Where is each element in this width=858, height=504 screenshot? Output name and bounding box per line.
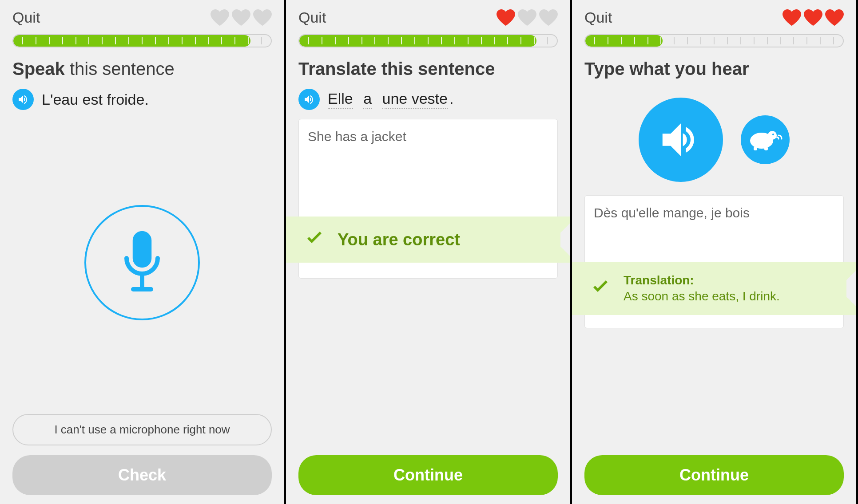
prompt-bold: Speak: [12, 59, 65, 79]
exercise-prompt: Speak this sentence: [12, 59, 272, 79]
hearts-container: [497, 9, 558, 26]
feedback-body: As soon as she eats, I drink.: [624, 289, 780, 303]
lesson-screen-translate: Quit Translate this sentence Elle a une …: [286, 0, 572, 504]
progress-ticks: [585, 35, 843, 47]
exercise-prompt: Type what you hear: [584, 59, 844, 79]
svg-point-5: [772, 134, 774, 135]
play-audio-button[interactable]: [12, 89, 34, 110]
hearts-container: [211, 9, 272, 26]
top-bar: Quit: [12, 9, 272, 26]
check-icon: [304, 228, 325, 251]
sentence-text: L'eau est froide.: [42, 91, 149, 108]
speaker-icon: [303, 94, 315, 105]
check-icon: [590, 277, 611, 300]
feedback-banner: Translation: As soon as she eats, I drin…: [572, 262, 856, 315]
heart-icon: [783, 9, 801, 26]
speaker-icon: [656, 115, 705, 164]
progress-bar: [12, 34, 272, 47]
play-audio-button[interactable]: [639, 98, 723, 182]
top-bar: Quit: [584, 9, 844, 26]
svg-rect-7: [764, 147, 768, 150]
progress-ticks: [13, 35, 271, 47]
quit-button[interactable]: Quit: [12, 9, 40, 26]
microphone-icon: [118, 229, 167, 296]
feedback-title: Translation:: [624, 273, 780, 287]
prompt-bold: Translate this sentence: [298, 59, 495, 79]
play-audio-button[interactable]: [298, 89, 320, 110]
exercise-prompt: Translate this sentence: [298, 59, 558, 79]
mic-area: [12, 119, 272, 406]
punctuation: .: [449, 90, 453, 107]
prompt-bold: Type what you hear: [584, 59, 749, 79]
prompt-rest: this sentence: [65, 59, 175, 79]
top-bar: Quit: [298, 9, 558, 26]
heart-icon: [232, 9, 250, 26]
sentence-row: L'eau est froide.: [12, 89, 272, 110]
feedback-banner: You are correct: [286, 217, 570, 263]
answer-text: Dès qu'elle mange, je bois: [594, 205, 750, 220]
continue-button[interactable]: Continue: [584, 455, 844, 495]
audio-controls: [584, 89, 844, 195]
quit-button[interactable]: Quit: [584, 9, 612, 26]
bottom-bar: I can't use a microphone right now Check: [12, 406, 272, 495]
heart-icon: [211, 9, 229, 26]
record-button[interactable]: [84, 205, 200, 320]
svg-point-4: [768, 131, 777, 140]
heart-icon: [253, 9, 272, 26]
continue-button[interactable]: Continue: [298, 455, 558, 495]
turtle-icon: [747, 127, 783, 152]
feedback-text: Translation: As soon as she eats, I drin…: [624, 273, 780, 303]
word-token[interactable]: a: [363, 90, 372, 109]
progress-bar: [584, 34, 844, 47]
bottom-bar: Continue: [298, 447, 558, 495]
progress-bar: [298, 34, 558, 47]
svg-rect-6: [754, 147, 757, 150]
lesson-screen-speak: Quit Speak this sentence L'eau est froid…: [0, 0, 286, 504]
bottom-bar: Continue: [584, 447, 844, 495]
word-token[interactable]: une veste: [382, 90, 448, 109]
check-button[interactable]: Check: [12, 455, 272, 495]
heart-icon: [518, 9, 536, 26]
word-token[interactable]: Elle: [328, 90, 353, 109]
hearts-container: [783, 9, 844, 26]
svg-rect-0: [133, 232, 151, 267]
progress-ticks: [299, 35, 557, 47]
heart-icon: [497, 9, 515, 26]
feedback-text: You are correct: [338, 230, 460, 249]
sentence-row: Elle a une veste.: [298, 89, 558, 110]
heart-icon: [825, 9, 844, 26]
lesson-screen-listen: Quit Type what you hear: [572, 0, 858, 504]
heart-icon: [804, 9, 822, 26]
cant-use-mic-button[interactable]: I can't use a microphone right now: [12, 414, 272, 445]
answer-text: She has a jacket: [308, 129, 406, 144]
sentence-text: Elle a une veste.: [328, 90, 453, 109]
quit-button[interactable]: Quit: [298, 9, 326, 26]
play-slow-audio-button[interactable]: [741, 115, 790, 164]
speaker-icon: [17, 94, 29, 105]
heart-icon: [539, 9, 558, 26]
